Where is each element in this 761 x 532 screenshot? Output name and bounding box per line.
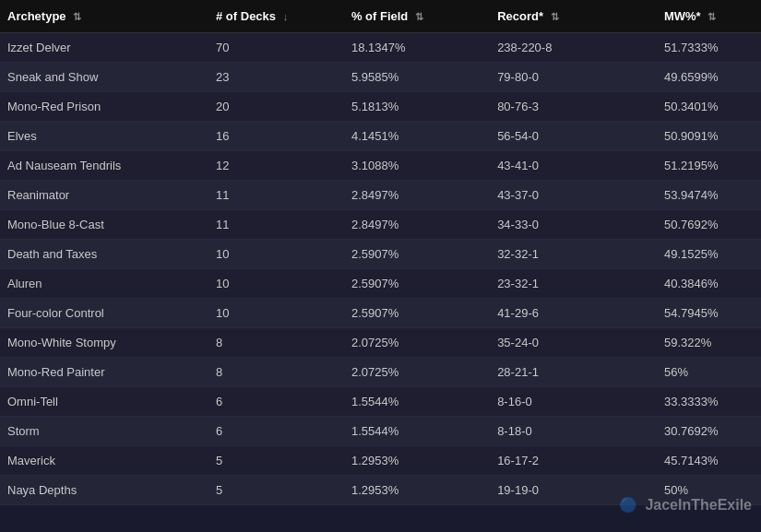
col-header-mw-label: MW%* xyxy=(664,9,701,23)
table-row[interactable]: Reanimator112.8497%43-37-053.9474% xyxy=(0,181,761,210)
cell-field: 3.1088% xyxy=(344,151,490,181)
cell-decks: 70 xyxy=(208,33,344,63)
cell-field: 2.5907% xyxy=(344,269,490,299)
cell-archetype: Aluren xyxy=(0,269,208,299)
cell-mw: 49.1525% xyxy=(657,240,761,269)
cell-mw: 49.6599% xyxy=(657,63,761,92)
col-header-archetype-label: Archetype xyxy=(7,9,66,23)
cell-mw: 50.9091% xyxy=(657,122,761,151)
col-header-field[interactable]: % of Field ⇅ xyxy=(344,0,490,33)
cell-mw: 53.9474% xyxy=(657,181,761,210)
cell-decks: 6 xyxy=(208,387,344,417)
cell-record: 41-29-6 xyxy=(490,299,657,328)
sort-icon-archetype[interactable]: ⇅ xyxy=(73,11,81,23)
cell-archetype: Elves xyxy=(0,122,208,151)
cell-field: 2.8497% xyxy=(344,181,490,210)
cell-decks: 5 xyxy=(208,446,344,476)
table-row[interactable]: Mono-Red Painter82.0725%28-21-156% xyxy=(0,358,761,387)
watermark-text: JaceInTheExile xyxy=(645,497,752,513)
cell-decks: 16 xyxy=(208,122,344,151)
cell-decks: 6 xyxy=(208,417,344,446)
cell-record: 16-17-2 xyxy=(490,446,657,476)
table-row[interactable]: Maverick51.2953%16-17-245.7143% xyxy=(0,446,761,476)
cell-record: 35-24-0 xyxy=(490,328,657,358)
cell-record: 23-32-1 xyxy=(490,269,657,299)
cell-record: 32-32-1 xyxy=(490,240,657,269)
cell-archetype: Izzet Delver xyxy=(0,33,208,63)
table-row[interactable]: Aluren102.5907%23-32-140.3846% xyxy=(0,269,761,299)
cell-field: 1.2953% xyxy=(344,476,490,505)
table-row[interactable]: Sneak and Show235.9585%79-80-049.6599% xyxy=(0,63,761,92)
cell-mw: 54.7945% xyxy=(657,299,761,328)
cell-archetype: Reanimator xyxy=(0,181,208,210)
cell-field: 5.1813% xyxy=(344,92,490,122)
cell-mw: 33.3333% xyxy=(657,387,761,417)
sort-icon-mw[interactable]: ⇅ xyxy=(707,11,716,23)
cell-archetype: Mono-Red Prison xyxy=(0,92,208,122)
table-header-row: Archetype ⇅ # of Decks ↓ % of Field ⇅ Re… xyxy=(0,0,761,33)
col-header-record-label: Record* xyxy=(497,9,543,23)
col-header-field-label: % of Field xyxy=(351,9,408,23)
table-row[interactable]: Storm61.5544%8-18-030.7692% xyxy=(0,417,761,446)
cell-mw: 59.322% xyxy=(657,328,761,358)
cell-field: 1.5544% xyxy=(344,417,490,446)
table-row[interactable]: Mono-Blue 8-Cast112.8497%34-33-050.7692% xyxy=(0,210,761,240)
cell-field: 2.5907% xyxy=(344,240,490,269)
cell-record: 56-54-0 xyxy=(490,122,657,151)
cell-field: 1.2953% xyxy=(344,446,490,476)
cell-record: 43-37-0 xyxy=(490,181,657,210)
table-row[interactable]: Death and Taxes102.5907%32-32-149.1525% xyxy=(0,240,761,269)
watermark-icon: 🔵 xyxy=(619,496,637,514)
cell-archetype: Maverick xyxy=(0,446,208,476)
table-row[interactable]: Ad Nauseam Tendrils123.1088%43-41-051.21… xyxy=(0,151,761,181)
table-row[interactable]: Elves164.1451%56-54-050.9091% xyxy=(0,122,761,151)
col-header-mw[interactable]: MW%* ⇅ xyxy=(657,0,761,33)
cell-mw: 40.3846% xyxy=(657,269,761,299)
cell-record: 28-21-1 xyxy=(490,358,657,387)
cell-decks: 12 xyxy=(208,151,344,181)
cell-mw: 51.2195% xyxy=(657,151,761,181)
sort-icon-decks[interactable]: ↓ xyxy=(283,11,289,22)
cell-archetype: Death and Taxes xyxy=(0,240,208,269)
cell-decks: 10 xyxy=(208,299,344,328)
cell-archetype: Four-color Control xyxy=(0,299,208,328)
cell-decks: 11 xyxy=(208,181,344,210)
cell-field: 2.8497% xyxy=(344,210,490,240)
cell-archetype: Mono-Red Painter xyxy=(0,358,208,387)
cell-archetype: Sneak and Show xyxy=(0,63,208,92)
archetype-table: Archetype ⇅ # of Decks ↓ % of Field ⇅ Re… xyxy=(0,0,761,505)
cell-record: 8-16-0 xyxy=(490,387,657,417)
cell-decks: 8 xyxy=(208,328,344,358)
table-row[interactable]: Four-color Control102.5907%41-29-654.794… xyxy=(0,299,761,328)
cell-record: 79-80-0 xyxy=(490,63,657,92)
cell-archetype: Storm xyxy=(0,417,208,446)
col-header-record[interactable]: Record* ⇅ xyxy=(490,0,657,33)
cell-field: 18.1347% xyxy=(344,33,490,63)
cell-archetype: Mono-White Stompy xyxy=(0,328,208,358)
cell-mw: 51.7333% xyxy=(657,33,761,63)
cell-record: 43-41-0 xyxy=(490,151,657,181)
col-header-archetype[interactable]: Archetype ⇅ xyxy=(0,0,208,33)
cell-decks: 10 xyxy=(208,240,344,269)
cell-mw: 45.7143% xyxy=(657,446,761,476)
cell-field: 5.9585% xyxy=(344,63,490,92)
cell-record: 8-18-0 xyxy=(490,417,657,446)
cell-field: 2.5907% xyxy=(344,299,490,328)
cell-decks: 5 xyxy=(208,476,344,505)
table-row[interactable]: Mono-Red Prison205.1813%80-76-350.3401% xyxy=(0,92,761,122)
table-row[interactable]: Izzet Delver7018.1347%238-220-851.7333% xyxy=(0,33,761,63)
sort-icon-field[interactable]: ⇅ xyxy=(415,11,423,23)
cell-mw: 56% xyxy=(657,358,761,387)
cell-field: 2.0725% xyxy=(344,358,490,387)
table-row[interactable]: Omni-Tell61.5544%8-16-033.3333% xyxy=(0,387,761,417)
cell-decks: 10 xyxy=(208,269,344,299)
cell-decks: 8 xyxy=(208,358,344,387)
cell-field: 4.1451% xyxy=(344,122,490,151)
cell-decks: 20 xyxy=(208,92,344,122)
cell-field: 1.5544% xyxy=(344,387,490,417)
cell-archetype: Mono-Blue 8-Cast xyxy=(0,210,208,240)
table-row[interactable]: Mono-White Stompy82.0725%35-24-059.322% xyxy=(0,328,761,358)
col-header-decks[interactable]: # of Decks ↓ xyxy=(208,0,344,33)
cell-record: 238-220-8 xyxy=(490,33,657,63)
sort-icon-record[interactable]: ⇅ xyxy=(551,11,559,23)
